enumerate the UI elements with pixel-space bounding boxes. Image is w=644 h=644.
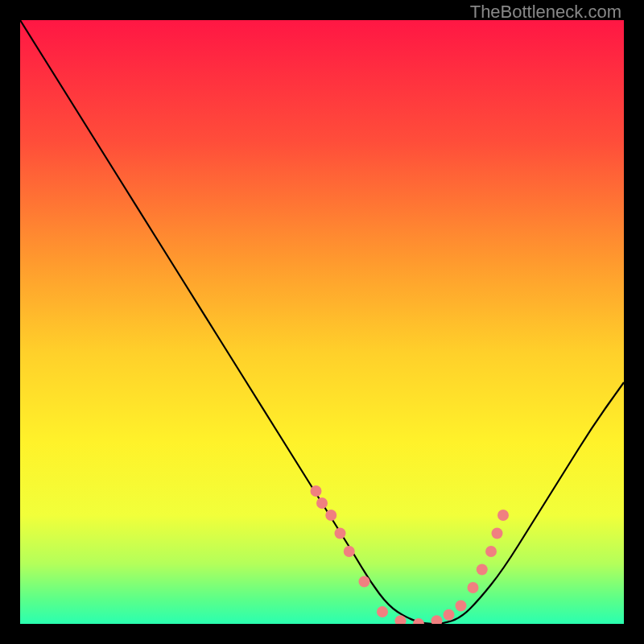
chart-area <box>20 20 624 624</box>
marker-dot <box>311 485 322 497</box>
marker-dot <box>377 606 388 617</box>
marker-dot <box>344 546 355 557</box>
marker-dot <box>456 601 467 612</box>
gradient-background <box>20 20 624 624</box>
marker-dot <box>492 528 503 539</box>
marker-dot <box>444 609 455 621</box>
marker-dot <box>497 510 509 521</box>
watermark-text: TheBottleneck.com <box>470 2 621 23</box>
marker-dot <box>335 528 346 539</box>
chart-svg <box>20 20 624 624</box>
marker-dot <box>325 510 336 521</box>
marker-dot <box>359 576 370 588</box>
marker-dot <box>485 546 497 557</box>
marker-dot <box>316 497 328 509</box>
marker-dot <box>477 564 488 576</box>
marker-dot <box>468 582 479 593</box>
